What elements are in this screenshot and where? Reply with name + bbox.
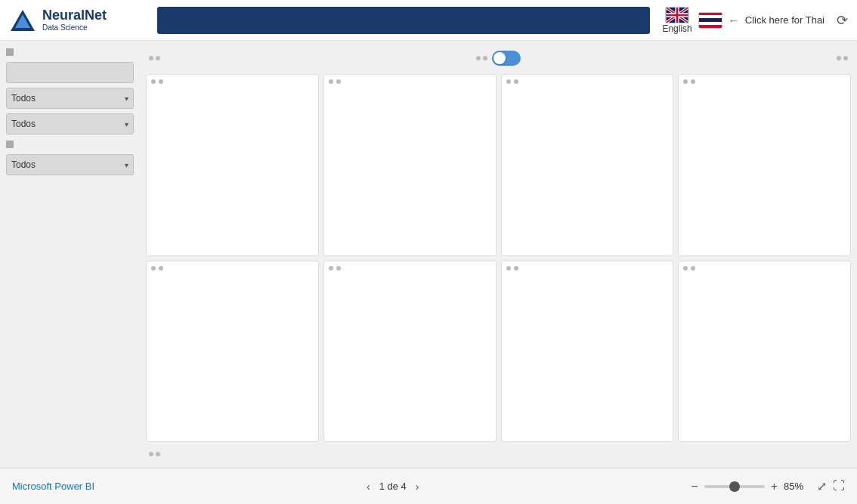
chevron-down-icon-3: ▾ [125, 161, 128, 169]
card-dot-icon [329, 266, 333, 271]
top-right-icons [837, 56, 848, 60]
sidebar: Todos ▾ Todos ▾ Todos ▾ [0, 41, 140, 468]
main-area [140, 41, 857, 468]
footer: Microsoft Power BI ‹ 1 de 4 › − + 85% ⤢ … [0, 468, 857, 504]
card-dot-icon [683, 79, 688, 84]
arrow-icon: ← [729, 14, 739, 26]
refresh-icon[interactable]: ⟳ [837, 12, 848, 29]
zoom-in-button[interactable]: + [771, 480, 778, 493]
header: NeuralNet Data Science English ← Click h… [0, 0, 857, 41]
card-dot-icon [336, 266, 341, 271]
toggle-knob [493, 52, 506, 64]
top-left-icons [149, 56, 160, 60]
content-area: Todos ▾ Todos ▾ Todos ▾ [0, 41, 857, 468]
logo-icon [9, 7, 36, 34]
card-1-4[interactable] [678, 74, 851, 256]
card-1-2[interactable] [323, 74, 497, 256]
powerbi-link[interactable]: Microsoft Power BI [12, 481, 94, 492]
chevron-down-icon-1: ▾ [125, 94, 128, 103]
sidebar-label-icon-2 [6, 141, 14, 148]
english-lang-group[interactable]: English [662, 7, 691, 34]
card-2-4-icons [683, 266, 846, 271]
bottom-icon-dots [149, 452, 160, 456]
sidebar-dropdown-2-value: Todos [11, 119, 36, 129]
footer-left: Microsoft Power BI [12, 481, 94, 492]
card-1-2-icons [329, 79, 491, 84]
dot-icon-6 [843, 56, 848, 60]
card-2-2-icons [329, 266, 491, 271]
card-1-1[interactable] [146, 74, 319, 256]
sidebar-search-input[interactable] [6, 62, 134, 83]
zoom-thumb[interactable] [729, 481, 740, 492]
card-dot-icon [683, 266, 688, 271]
cards-grid-row-2 [146, 261, 851, 443]
card-1-3[interactable] [501, 74, 674, 256]
sidebar-dropdown-2[interactable]: Todos ▾ [6, 113, 134, 135]
card-2-1-icons [151, 266, 314, 271]
sidebar-label-row-1 [6, 47, 134, 57]
toggle-switch[interactable] [492, 51, 521, 66]
zoom-label: 85% [784, 481, 811, 492]
logo-sub: Data Science [42, 23, 107, 32]
sidebar-dropdown-3[interactable]: Todos ▾ [6, 154, 134, 175]
english-label: English [662, 23, 691, 34]
dot-icon-4 [483, 56, 487, 60]
card-dot-icon [506, 79, 511, 84]
dot-icon-2 [156, 56, 160, 60]
bottom-dot-2 [156, 452, 160, 456]
card-2-3-icons [506, 266, 669, 271]
card-1-4-icons [683, 79, 846, 84]
chevron-down-icon-2: ▾ [125, 120, 128, 128]
card-2-4[interactable] [678, 261, 851, 443]
card-dot-icon [514, 266, 518, 271]
sidebar-dropdown-1[interactable]: Todos ▾ [6, 88, 134, 109]
bottom-dot-1 [149, 452, 153, 456]
logo-text: NeuralNet Data Science [42, 8, 107, 32]
bottom-row [146, 447, 851, 462]
zoom-slider[interactable] [704, 485, 765, 488]
header-title-bar [157, 7, 650, 34]
dot-icon-3 [476, 56, 481, 60]
cards-grid-row-1 [146, 74, 851, 256]
click-here-thai-button[interactable]: Click here for Thai [745, 14, 825, 26]
card-2-1[interactable] [146, 261, 319, 443]
card-dot-icon [151, 79, 156, 84]
sidebar-dropdown-1-value: Todos [11, 93, 36, 104]
card-dot-icon [329, 79, 333, 84]
top-controls [146, 47, 851, 70]
logo-area: NeuralNet Data Science [9, 7, 145, 34]
expand-icon[interactable]: ⤢ [817, 479, 827, 493]
card-dot-icon [691, 266, 695, 271]
logo-name: NeuralNet [42, 8, 107, 23]
card-2-3[interactable] [501, 261, 674, 443]
card-2-2[interactable] [323, 261, 497, 443]
sidebar-label-row-2 [6, 139, 134, 150]
footer-right: − + 85% ⤢ ⛶ [691, 479, 845, 493]
card-dot-icon [159, 79, 163, 84]
dot-icon-1 [149, 56, 153, 60]
prev-page-button[interactable]: ‹ [364, 479, 373, 494]
card-dot-icon [514, 79, 518, 84]
card-dot-icon [159, 266, 163, 271]
footer-icons: ⤢ ⛶ [817, 479, 845, 493]
language-area: English ← Click here for Thai ⟳ [662, 7, 848, 34]
sidebar-label-icon-1 [6, 48, 14, 56]
top-left-dot-group [149, 56, 160, 60]
top-right-dot-group [837, 56, 848, 60]
card-1-3-icons [506, 79, 669, 84]
card-dot-icon [336, 79, 341, 84]
next-page-button[interactable]: › [413, 479, 422, 494]
sidebar-dropdown-3-value: Todos [11, 159, 36, 170]
top-center-toggle [476, 51, 521, 66]
zoom-out-button[interactable]: − [691, 480, 698, 493]
card-dot-icon [691, 79, 695, 84]
dot-icon-5 [837, 56, 841, 60]
fullscreen-icon[interactable]: ⛶ [833, 479, 845, 493]
page-info: 1 de 4 [379, 481, 407, 492]
card-dot-icon [151, 266, 156, 271]
card-dot-icon [506, 266, 511, 271]
pagination: ‹ 1 de 4 › [364, 479, 422, 494]
thai-flag-icon[interactable] [698, 12, 722, 29]
uk-flag-icon [665, 7, 689, 23]
card-1-1-icons [151, 79, 314, 84]
